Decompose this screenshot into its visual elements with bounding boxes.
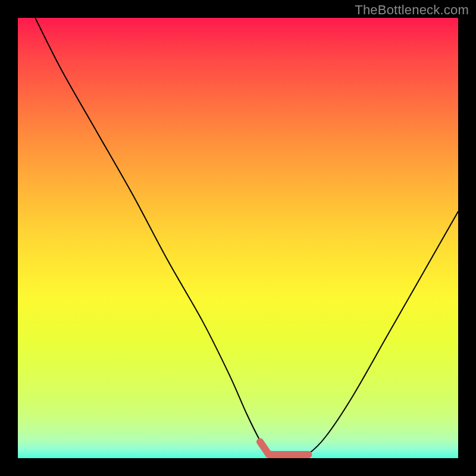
chart-frame: TheBottleneck.com	[0, 0, 476, 476]
bottleneck-curve-line	[36, 18, 458, 458]
chart-svg	[18, 18, 458, 458]
watermark-text: TheBottleneck.com	[355, 2, 469, 18]
optimal-zone-highlight	[260, 441, 308, 455]
